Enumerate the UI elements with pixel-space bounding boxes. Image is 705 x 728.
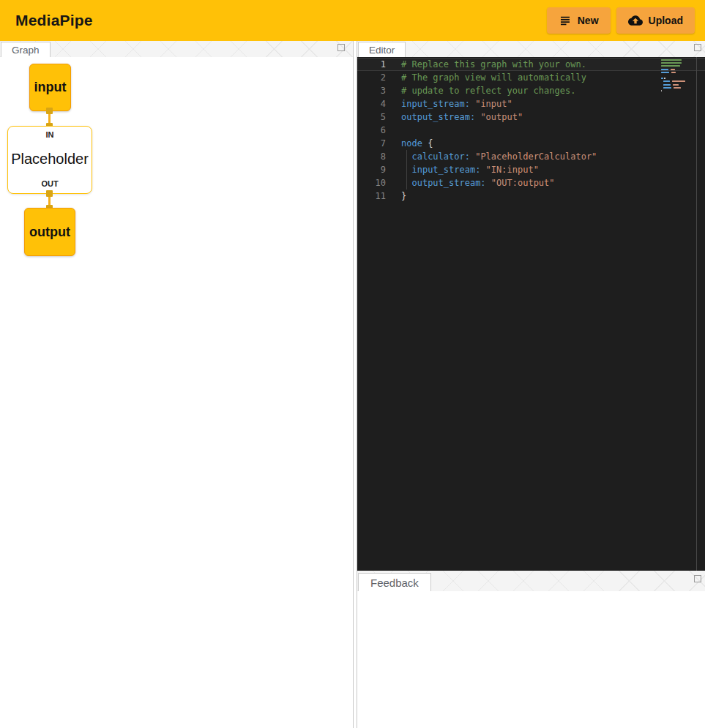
new-button[interactable]: New [547,7,611,34]
graph-node-input[interactable]: input [29,64,71,111]
top-app-bar: MediaPipe New Upload [0,0,705,41]
code-row: 6 [357,124,705,137]
tab-graph[interactable]: Graph [1,42,51,57]
editor-panel: Editor 1# Replace this graph with your o… [357,41,705,571]
graph-canvas[interactable]: input IN Placeholder OUT output [0,57,353,728]
upload-button[interactable]: Upload [616,7,695,34]
code-row: 9 input_stream: "IN:input" [357,163,705,176]
code-row: 8 calculator: "PlaceholderCalculator" [357,150,705,163]
code-row: 10 output_stream: "OUT:output" [357,176,705,189]
placeholder-in-port: IN [46,130,54,139]
code-row: 11} [357,189,705,203]
main-layout: Graph input IN Placeholder OUT output [0,41,705,728]
code-lines: 1# Replace this graph with your own.2# T… [357,57,705,203]
code-row: 4input_stream: "input" [357,97,705,110]
code-row: 5output_stream: "output" [357,110,705,124]
graph-node-placeholder[interactable]: IN Placeholder OUT [7,126,92,194]
graph-node-placeholder-label: Placeholder [11,151,89,168]
graph-node-input-label: input [34,80,67,95]
feedback-panel: Feedback [357,571,705,728]
cloud-upload-icon [628,13,643,28]
right-column: Editor 1# Replace this graph with your o… [357,41,705,728]
tab-graph-label: Graph [12,45,40,56]
indent-guide [406,150,407,189]
edge-port [46,190,53,197]
feedback-content [357,591,705,728]
tab-feedback[interactable]: Feedback [358,573,431,591]
maximize-icon[interactable] [337,44,345,51]
editor-tabstrip: Editor [357,41,705,57]
graph-node-output-label: output [29,225,70,240]
maximize-icon[interactable] [694,575,701,582]
graph-node-output[interactable]: output [24,208,75,256]
tab-feedback-label: Feedback [370,577,419,589]
edge-port [46,108,53,114]
placeholder-out-port: OUT [41,179,58,188]
code-row: 7node { [357,137,705,150]
tab-editor-label: Editor [369,45,395,56]
code-row: 3# update to reflect your changes. [357,84,705,97]
tab-editor[interactable]: Editor [358,42,406,57]
app-title: MediaPipe [15,12,93,29]
code-editor[interactable]: 1# Replace this graph with your own.2# T… [357,57,705,571]
graph-tabstrip: Graph [0,41,353,57]
feedback-tabstrip: Feedback [357,571,705,591]
overview-ruler [696,57,697,571]
graph-panel: Graph input IN Placeholder OUT output [0,41,354,728]
subject-icon [559,14,572,27]
minimap[interactable] [661,59,693,93]
new-button-label: New [578,15,599,26]
code-row: 1# Replace this graph with your own. [357,58,705,71]
maximize-icon[interactable] [694,44,701,51]
code-row: 2# The graph view will automatically [357,71,705,84]
upload-button-label: Upload [649,15,683,26]
